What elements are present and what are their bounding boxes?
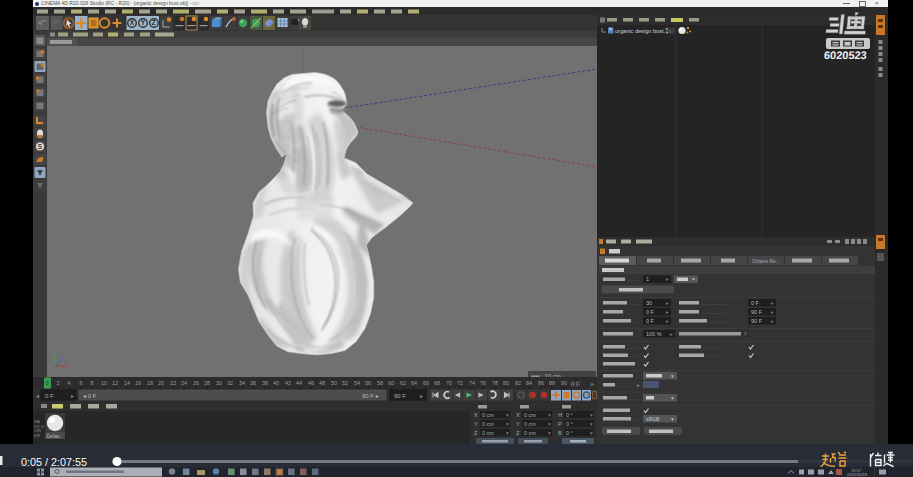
svg-text:.......: ....... (627, 276, 638, 282)
svg-text:▸: ▸ (71, 393, 74, 399)
svg-text:◂ 0 F: ◂ 0 F (83, 393, 97, 399)
svg-text:X: X (130, 19, 135, 26)
svg-text:.......: ....... (630, 352, 641, 358)
svg-text:56: 56 (365, 380, 371, 386)
svg-text:............: ............ (709, 318, 728, 324)
svg-text:20: 20 (158, 380, 164, 386)
svg-text:......: ...... (629, 300, 639, 306)
svg-text:6020523: 6020523 (824, 49, 868, 61)
svg-text:30: 30 (646, 300, 652, 306)
svg-text:82: 82 (515, 380, 521, 386)
svg-text:62: 62 (400, 380, 406, 386)
svg-text:72: 72 (457, 380, 463, 386)
svg-text:0 F: 0 F (45, 393, 54, 399)
svg-text:................: ................ (701, 300, 726, 306)
svg-text:▾: ▾ (506, 430, 509, 436)
svg-text:.............: ............. (703, 344, 723, 350)
svg-text:6: 6 (79, 380, 82, 386)
svg-text:▾: ▾ (590, 421, 593, 427)
svg-text:0 °: 0 ° (566, 421, 573, 427)
svg-text:0 F: 0 F (751, 300, 760, 306)
svg-text:Z: Z (152, 19, 156, 26)
svg-text:▾: ▾ (671, 373, 674, 379)
svg-text:2021/10/18: 2021/10/18 (847, 472, 868, 477)
svg-text:Y: Y (516, 421, 520, 427)
svg-text:4: 4 (67, 380, 70, 386)
svg-text:66: 66 (423, 380, 429, 386)
svg-text:28: 28 (204, 380, 210, 386)
svg-text:24: 24 (181, 380, 187, 386)
svg-text:▸: ▸ (771, 309, 774, 315)
svg-text:8: 8 (90, 380, 93, 386)
svg-text:▾: ▾ (590, 430, 593, 436)
svg-text:▸: ▸ (771, 318, 774, 324)
svg-text:▸: ▸ (666, 300, 669, 306)
svg-text:32: 32 (227, 380, 233, 386)
svg-text:54: 54 (354, 380, 360, 386)
svg-text:0:05 / 2:07:55: 0:05 / 2:07:55 (21, 456, 87, 468)
svg-text:sRGB: sRGB (646, 416, 660, 422)
svg-text:▸: ▸ (670, 331, 673, 337)
svg-text:64: 64 (411, 380, 417, 386)
svg-text:....: .... (633, 416, 640, 422)
svg-text:▾: ▾ (671, 416, 674, 422)
svg-text:0 °: 0 ° (566, 430, 573, 436)
svg-text:......: ...... (629, 395, 639, 401)
svg-text:78: 78 (492, 380, 498, 386)
svg-text:........: ........ (627, 344, 640, 350)
svg-text:0 cm: 0 cm (524, 421, 536, 427)
svg-text:34: 34 (239, 380, 245, 386)
svg-text:80: 80 (503, 380, 509, 386)
svg-text:22: 22 (170, 380, 176, 386)
svg-text:▾: ▾ (506, 412, 509, 418)
svg-text:50: 50 (331, 380, 337, 386)
svg-text:▾: ▾ (590, 412, 593, 418)
svg-text:0 F: 0 F (646, 309, 655, 315)
svg-text:............: ............ (706, 352, 725, 358)
svg-text:44: 44 (296, 380, 302, 386)
svg-text:Octane Re..: Octane Re.. (752, 258, 779, 264)
svg-text:0 °: 0 ° (566, 412, 573, 418)
svg-text:38: 38 (262, 380, 268, 386)
svg-text:▾: ▾ (548, 421, 551, 427)
svg-text:▸: ▸ (637, 382, 640, 388)
svg-text:86: 86 (538, 380, 544, 386)
svg-text:...: ... (635, 373, 640, 379)
svg-text:X: X (516, 412, 520, 418)
svg-text:0 F: 0 F (571, 381, 580, 387)
svg-text:▾: ▾ (548, 430, 551, 436)
svg-text:30: 30 (216, 380, 222, 386)
svg-text:90 F ▸: 90 F ▸ (362, 393, 379, 399)
svg-text:▸: ▸ (591, 381, 594, 387)
svg-text:organic design bust.obj: organic design bust.obj (615, 28, 673, 34)
svg-text:◂: ◂ (36, 393, 39, 399)
svg-text:42: 42 (285, 380, 291, 386)
svg-text:P: P (558, 421, 562, 427)
svg-text:90: 90 (561, 380, 567, 386)
svg-text:14: 14 (124, 380, 130, 386)
svg-text:58: 58 (377, 380, 383, 386)
svg-text:76: 76 (480, 380, 486, 386)
svg-text:84: 84 (526, 380, 532, 386)
svg-text:.......: ....... (625, 309, 636, 315)
svg-text:18: 18 (147, 380, 153, 386)
svg-text:Y: Y (141, 19, 146, 26)
svg-text:52: 52 (342, 380, 348, 386)
svg-text:0 cm: 0 cm (482, 421, 494, 427)
svg-text:▸: ▸ (666, 318, 669, 324)
svg-text:46: 46 (308, 380, 314, 386)
svg-text:Defau: Defau (47, 433, 61, 439)
svg-text:▾: ▾ (506, 421, 509, 427)
svg-text:0 F: 0 F (646, 318, 655, 324)
svg-text:48: 48 (319, 380, 325, 386)
svg-text:....: .... (633, 318, 640, 324)
svg-text:70: 70 (446, 380, 452, 386)
svg-text:0: 0 (45, 380, 48, 386)
svg-text:B: B (558, 430, 562, 436)
svg-text:▾: ▾ (548, 412, 551, 418)
svg-text:▾: ▾ (671, 395, 674, 401)
svg-text:10: 10 (101, 380, 107, 386)
svg-text:................: ................ (701, 309, 726, 315)
svg-text:▾: ▾ (692, 276, 695, 282)
svg-text:▸: ▸ (771, 300, 774, 306)
